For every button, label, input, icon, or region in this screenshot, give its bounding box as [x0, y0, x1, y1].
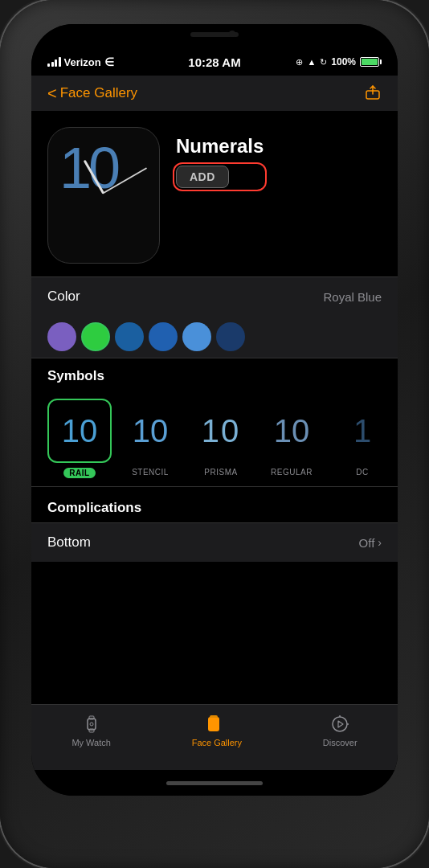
color-swatches [31, 316, 398, 358]
symbol-label-rail: RAIL [63, 468, 95, 478]
svg-point-5 [90, 723, 93, 726]
symbol-preview-stencil: 10 [118, 399, 182, 463]
symbol-preview-prisma: 10 [189, 399, 253, 463]
status-time: 10:28 AM [188, 55, 240, 69]
main-content: 10 Numerals ADD [31, 111, 398, 704]
color-row[interactable]: Color Royal Blue [31, 277, 398, 316]
symbol-label-dc: DC [356, 468, 368, 477]
complication-bottom-value: Off › [359, 536, 382, 550]
add-button-wrapper: ADD [176, 166, 264, 188]
symbol-label-regular: REGULAR [271, 468, 313, 477]
symbol-stencil[interactable]: 10 STENCIL [118, 399, 182, 478]
tab-bar: My Watch Face Gallery [31, 704, 398, 770]
face-preview-section: 10 Numerals ADD [31, 111, 398, 276]
spacer [31, 562, 398, 578]
carrier-label: Verizon [64, 56, 101, 68]
complication-bottom-row[interactable]: Bottom Off › [31, 522, 398, 562]
symbols-header: Symbols [31, 358, 398, 391]
symbols-scroll: 10 RAIL 10 STENCIL 10 [31, 391, 398, 486]
my-watch-icon [80, 713, 103, 735]
symbol-glyph-rail: 10 [62, 415, 98, 447]
svg-rect-2 [88, 719, 96, 730]
add-button[interactable]: ADD [176, 166, 229, 188]
face-title: Numerals [176, 135, 264, 158]
symbol-prisma[interactable]: 10 PRISMA [189, 399, 253, 478]
face-info: Numerals ADD [176, 127, 264, 188]
symbol-dc[interactable]: 1 DC [330, 399, 394, 478]
wifi-icon: ∈ [104, 55, 114, 68]
symbol-glyph-regular: 10 [274, 415, 310, 447]
watch-face-inner: 10 [51, 131, 156, 260]
tab-face-gallery-label: Face Gallery [192, 738, 242, 747]
symbol-label-stencil: STENCIL [132, 468, 169, 477]
front-camera [229, 31, 235, 37]
complications-section: Complications Bottom Off › [31, 487, 398, 562]
complication-bottom-val-text: Off [359, 536, 375, 550]
symbol-glyph-stencil: 10 [133, 415, 169, 447]
battery-icon [360, 57, 382, 67]
screen: Verizon ∈ 10:28 AM ⊕ ▲ ↻ 100% < [31, 24, 398, 796]
chevron-left-icon: < [47, 84, 57, 103]
swatch-royal-blue[interactable] [149, 322, 178, 351]
chevron-right-icon: › [378, 536, 382, 549]
minute-hand-container [51, 131, 156, 260]
battery-percentage: 100% [331, 56, 356, 68]
symbol-preview-regular: 10 [259, 399, 324, 463]
color-value: Royal Blue [323, 290, 382, 304]
tab-my-watch-label: My Watch [72, 738, 111, 747]
tab-my-watch[interactable]: My Watch [72, 713, 111, 747]
symbol-preview-dc: 1 [330, 399, 394, 463]
face-gallery-icon [206, 713, 228, 735]
clock-hands [51, 131, 156, 260]
tab-discover-label: Discover [323, 738, 358, 747]
symbols-section: Symbols 10 RAIL 10 STENCIL [31, 358, 398, 486]
color-label: Color [47, 289, 80, 305]
signal-icon [47, 57, 61, 67]
back-button[interactable]: < Face Gallery [47, 84, 137, 103]
swatch-blue-dark[interactable] [115, 322, 144, 351]
symbol-regular[interactable]: 10 REGULAR [259, 399, 324, 478]
symbol-label-prisma: PRISMA [204, 468, 237, 477]
color-section: Color Royal Blue [31, 277, 398, 358]
symbol-glyph-dc: 1 [353, 415, 371, 447]
svg-marker-10 [338, 721, 343, 727]
complication-bottom-label: Bottom [47, 534, 91, 551]
symbol-rail[interactable]: 10 RAIL [47, 399, 112, 478]
carrier-signal: Verizon ∈ [47, 55, 114, 68]
discover-icon [329, 713, 351, 735]
svg-point-9 [333, 717, 347, 731]
notch-area [31, 24, 398, 48]
svg-rect-8 [209, 718, 219, 731]
swatch-purple[interactable] [47, 322, 76, 351]
lock-rotate-icon: ↻ [320, 57, 327, 68]
tab-face-gallery[interactable]: Face Gallery [192, 713, 242, 747]
share-button[interactable] [364, 83, 382, 104]
home-bar [166, 781, 263, 785]
status-bar: Verizon ∈ 10:28 AM ⊕ ▲ ↻ 100% [31, 48, 398, 76]
phone-frame: Verizon ∈ 10:28 AM ⊕ ▲ ↻ 100% < [0, 0, 429, 868]
complications-header: Complications [31, 487, 398, 522]
symbol-preview-rail: 10 [47, 399, 112, 463]
swatch-green[interactable] [81, 322, 110, 351]
minute-hand [104, 167, 148, 194]
alarm-icon: ▲ [307, 57, 316, 67]
navigation-bar: < Face Gallery [31, 76, 398, 111]
status-indicators: ⊕ ▲ ↻ 100% [296, 56, 382, 68]
watch-face-preview: 10 [47, 127, 160, 264]
back-label[interactable]: Face Gallery [60, 85, 137, 101]
symbol-glyph-prisma: 10 [202, 415, 241, 447]
swatch-dark-navy[interactable] [216, 322, 245, 351]
swatch-light-blue[interactable] [182, 322, 211, 351]
tab-discover[interactable]: Discover [323, 713, 358, 747]
home-indicator [31, 770, 398, 796]
location-icon: ⊕ [296, 57, 303, 68]
